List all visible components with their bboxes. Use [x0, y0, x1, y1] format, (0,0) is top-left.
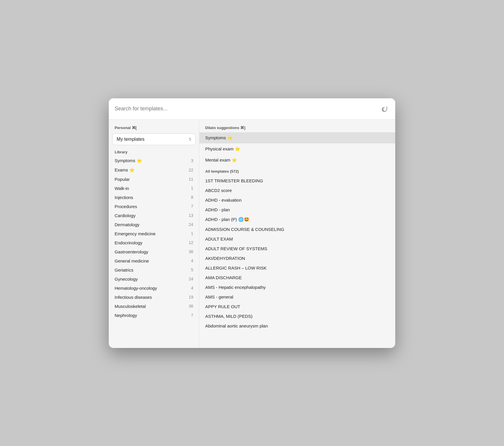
library-item-label: Nephrology: [115, 313, 137, 318]
library-item-count: 4: [191, 286, 193, 290]
library-item-count: 1: [191, 186, 193, 191]
library-item[interactable]: Exams ⭐22: [109, 165, 199, 175]
template-item[interactable]: ADHD - evaluation: [199, 195, 395, 205]
library-item-count: 13: [189, 213, 193, 218]
template-item-label: ADULT REVIEW OF SYSTEMS: [205, 246, 267, 251]
template-item[interactable]: ASTHMA, MILD (PEDS): [199, 311, 395, 321]
library-item[interactable]: Popular11: [109, 175, 199, 184]
library-item[interactable]: Hematology-oncology4: [109, 284, 199, 293]
library-item[interactable]: Walk-in1: [109, 184, 199, 193]
library-item[interactable]: Dermatology24: [109, 220, 199, 229]
library-item-label: Hematology-oncology: [115, 286, 157, 291]
library-item-count: 22: [189, 168, 193, 172]
library-item-label: Gynecology: [115, 277, 138, 282]
library-item-label: Symptoms ⭐: [115, 158, 142, 163]
template-item[interactable]: AMS - Hepatic encephalopathy: [199, 282, 395, 292]
library-item[interactable]: Injections8: [109, 193, 199, 202]
library-item[interactable]: Geriatrics5: [109, 265, 199, 275]
left-panel: Personal ⌘[ My templates 5 Library Sympt…: [109, 120, 199, 348]
library-item-label: Injections: [115, 195, 133, 200]
template-item-label: AKI/DEHYDRATION: [205, 256, 245, 261]
library-item-label: Infectious diseases: [115, 295, 152, 300]
library-item-count: 12: [189, 240, 193, 245]
library-item-count: 11: [189, 177, 193, 181]
library-list: Symptoms ⭐3Exams ⭐22Popular11Walk-in1Inj…: [109, 156, 199, 320]
suggestion-item-label: Mental exam ⭐: [205, 157, 237, 163]
library-item[interactable]: General medicine4: [109, 256, 199, 265]
library-item-label: Emergency medicine: [115, 231, 156, 236]
my-templates-button[interactable]: My templates 5: [112, 133, 196, 145]
template-item-label: ADMISSION COURSE & COUNSELING: [205, 227, 284, 232]
template-item-label: AMS - general: [205, 294, 233, 299]
suggestion-item[interactable]: Physical exam ⭐: [199, 143, 395, 155]
library-item-label: Cardiology: [115, 213, 136, 218]
search-bar: [109, 98, 395, 120]
templates-list: 1ST TRIMESTER BLEEDINGABCD2 scoreADHD - …: [199, 176, 395, 331]
library-item-count: 4: [191, 258, 193, 263]
template-item-label: ADHD - plan (P) 🌐🤩: [205, 217, 249, 222]
template-item[interactable]: AMS - general: [199, 292, 395, 302]
template-item[interactable]: APPY RULE OUT: [199, 302, 395, 311]
library-item[interactable]: Gynecology24: [109, 275, 199, 284]
library-item-label: Musculoskeletal: [115, 304, 146, 309]
library-item-count: 3: [191, 158, 193, 163]
library-item-count: 1: [191, 231, 193, 236]
library-item-count: 19: [189, 295, 193, 299]
template-item[interactable]: ADHD - plan (P) 🌐🤩: [199, 215, 395, 224]
template-item-label: ABCD2 score: [205, 188, 232, 193]
library-item-label: General medicine: [115, 258, 149, 263]
library-item[interactable]: Endocrinology12: [109, 238, 199, 247]
template-item[interactable]: AMA DISCHARGE: [199, 273, 395, 282]
library-item-count: 36: [189, 249, 193, 254]
suggestions-list: Symptoms ⭐Physical exam ⭐Mental exam ⭐: [199, 132, 395, 166]
template-item-label: AMA DISCHARGE: [205, 275, 242, 280]
template-item-label: ADHD - plan: [205, 207, 230, 212]
library-item-label: Endocrinology: [115, 240, 142, 245]
library-item-count: 7: [191, 204, 193, 209]
library-item-label: Dermatology: [115, 222, 139, 227]
template-item[interactable]: ADULT EXAM: [199, 234, 395, 244]
library-item[interactable]: Nephrology7: [109, 311, 199, 320]
template-item[interactable]: ABCD2 score: [199, 186, 395, 195]
library-item[interactable]: Procedures7: [109, 202, 199, 211]
library-item[interactable]: Gastroenterology36: [109, 247, 199, 256]
library-item-label: Walk-in: [115, 186, 129, 191]
template-item[interactable]: ADMISSION COURSE & COUNSELING: [199, 224, 395, 234]
template-item[interactable]: AKI/DEHYDRATION: [199, 253, 395, 263]
suggestion-item-label: Symptoms ⭐: [205, 135, 233, 140]
template-item-label: AMS - Hepatic encephalopathy: [205, 285, 266, 290]
library-item-count: 7: [191, 313, 193, 318]
library-item-count: 24: [189, 277, 193, 281]
template-item-label: APPY RULE OUT: [205, 304, 240, 309]
personal-header: Personal ⌘[: [109, 124, 199, 132]
template-item[interactable]: ADHD - plan: [199, 205, 395, 215]
library-item-count: 24: [189, 222, 193, 227]
my-templates-count: 5: [189, 137, 191, 142]
library-item[interactable]: Cardiology13: [109, 211, 199, 220]
library-item[interactable]: Symptoms ⭐3: [109, 156, 199, 165]
suggestion-item[interactable]: Symptoms ⭐: [199, 132, 395, 143]
suggestions-header: Dilato suggestions ⌘]: [199, 124, 395, 132]
library-item[interactable]: Musculoskeletal36: [109, 302, 199, 311]
logo-icon: [379, 104, 389, 114]
library-item-label: Procedures: [115, 204, 137, 209]
library-item[interactable]: Emergency medicine1: [109, 229, 199, 238]
template-item[interactable]: ALLERGIC RASH – LOW RISK: [199, 263, 395, 273]
library-item[interactable]: Infectious diseases19: [109, 293, 199, 302]
all-templates-header: All templates (572): [199, 166, 395, 176]
search-input[interactable]: [115, 106, 379, 112]
template-item[interactable]: ADULT REVIEW OF SYSTEMS: [199, 244, 395, 253]
library-item-count: 5: [191, 267, 193, 272]
template-item[interactable]: Abdominal aortic aneurysm plan: [199, 321, 395, 331]
main-window: Personal ⌘[ My templates 5 Library Sympt…: [109, 98, 395, 348]
library-item-count: 36: [189, 304, 193, 308]
template-item-label: ALLERGIC RASH – LOW RISK: [205, 265, 267, 270]
suggestion-item[interactable]: Mental exam ⭐: [199, 155, 395, 166]
my-templates-label: My templates: [117, 137, 144, 142]
template-item[interactable]: 1ST TRIMESTER BLEEDING: [199, 176, 395, 186]
right-panel: Dilato suggestions ⌘] Symptoms ⭐Physical…: [199, 120, 395, 348]
library-item-label: Geriatrics: [115, 267, 133, 272]
template-item-label: ADULT EXAM: [205, 236, 233, 241]
library-item-label: Exams ⭐: [115, 167, 135, 173]
suggestion-item-label: Physical exam ⭐: [205, 146, 240, 152]
